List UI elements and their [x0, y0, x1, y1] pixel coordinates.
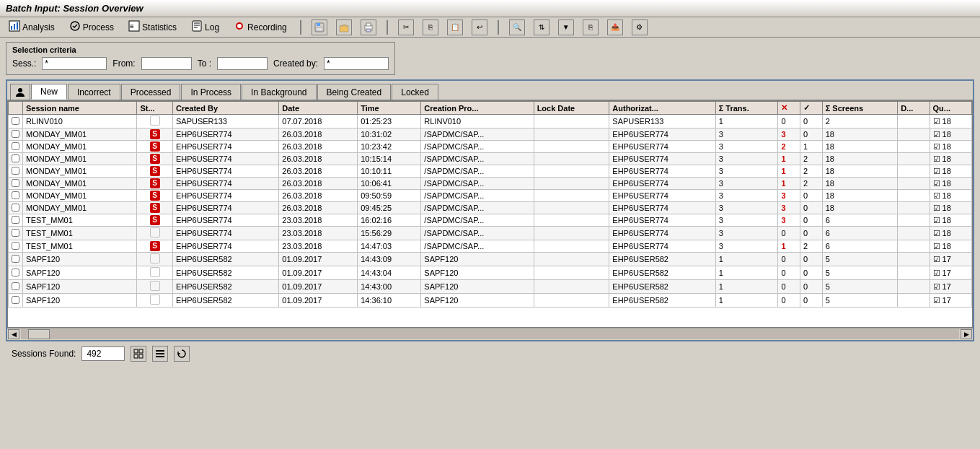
cell-sel[interactable]: [9, 190, 23, 202]
table-row[interactable]: TEST_MM01 S EHP6USER774 23.03.2018 16:02…: [9, 214, 972, 227]
table-container[interactable]: Session name St... Created By Date Time …: [7, 100, 973, 328]
col-q[interactable]: Qu...: [930, 102, 971, 115]
tab-processed[interactable]: Processed: [121, 84, 181, 100]
to-input[interactable]: [217, 57, 268, 70]
table-row[interactable]: MONDAY_MM01 S EHP6USER774 26.03.2018 10:…: [9, 165, 972, 178]
table-row[interactable]: SAPF120 EHP6USER582 01.09.2017 14:43:00 …: [9, 280, 972, 294]
table-header-row: Session name St... Created By Date Time …: [9, 102, 972, 115]
col-check[interactable]: ✓: [800, 102, 823, 115]
cell-sel[interactable]: [9, 202, 23, 214]
table-row[interactable]: RLINV010 SAPUSER133 07.07.2018 01:25:23 …: [9, 115, 972, 128]
menu-statistics[interactable]: ≡ Statistics: [125, 19, 180, 35]
col-x[interactable]: ✕: [778, 102, 800, 115]
bottom-btn-3[interactable]: [174, 346, 190, 362]
tab-locked[interactable]: Locked: [392, 84, 438, 100]
scroll-right-arrow[interactable]: ▶: [961, 329, 972, 339]
cell-d: [898, 141, 930, 153]
toolbar-btn-2[interactable]: [336, 19, 352, 35]
bottom-btn-2[interactable]: [152, 346, 168, 362]
cell-sel[interactable]: [9, 128, 23, 141]
cell-sel[interactable]: [9, 115, 23, 128]
bottom-btn-1[interactable]: [131, 346, 146, 362]
menu-recording[interactable]: Recording: [231, 19, 290, 35]
scroll-track[interactable]: [21, 329, 959, 339]
cell-sel[interactable]: [9, 227, 23, 240]
table-row[interactable]: MONDAY_MM01 S EHP6USER774 26.03.2018 09:…: [9, 190, 972, 202]
col-d[interactable]: D...: [898, 102, 930, 115]
toolbar-btn-paste[interactable]: 📋: [447, 19, 463, 35]
cell-x: 3: [778, 214, 800, 227]
created-by-input[interactable]: [324, 57, 389, 70]
cell-sel[interactable]: [9, 153, 23, 165]
table-row[interactable]: MONDAY_MM01 S EHP6USER774 26.03.2018 09:…: [9, 202, 972, 214]
menu-analysis-label: Analysis: [22, 22, 55, 32]
tab-person-icon[interactable]: [10, 84, 30, 100]
table-row[interactable]: MONDAY_MM01 S EHP6USER774 26.03.2018 10:…: [9, 128, 972, 141]
col-creation-pro[interactable]: Creation Pro...: [421, 102, 534, 115]
from-input[interactable]: [141, 57, 192, 70]
table-row[interactable]: SAPF120 EHP6USER582 01.09.2017 14:43:04 …: [9, 266, 972, 280]
col-created-by[interactable]: Created By: [172, 102, 278, 115]
cell-sel[interactable]: [9, 294, 23, 308]
cell-date: 01.09.2017: [279, 294, 358, 308]
table-row[interactable]: MONDAY_MM01 S EHP6USER774 26.03.2018 10:…: [9, 141, 972, 153]
cell-authorizat: EHP6USER774: [609, 190, 715, 202]
cell-sel[interactable]: [9, 165, 23, 178]
col-date[interactable]: Date: [279, 102, 358, 115]
menu-log[interactable]: Log: [188, 19, 222, 35]
q-val: ☑ 18: [933, 117, 951, 126]
menu-process[interactable]: Process: [66, 19, 117, 35]
status-icon-red: S: [150, 241, 160, 251]
cell-time: 09:50:59: [358, 190, 421, 202]
svg-rect-22: [134, 354, 138, 358]
table-row[interactable]: MONDAY_MM01 S EHP6USER774 26.03.2018 10:…: [9, 178, 972, 190]
toolbar-btn-export2[interactable]: 📤: [607, 19, 623, 35]
toolbar-btn-cut[interactable]: ✂: [398, 19, 414, 35]
col-sigma-trans[interactable]: Σ Trans.: [715, 102, 778, 115]
cell-sel[interactable]: [9, 141, 23, 153]
toolbar-btn-undo[interactable]: ↩: [472, 19, 487, 35]
cell-session-name: TEST_MM01: [23, 214, 137, 227]
toolbar-btn-filter[interactable]: ▼: [558, 19, 574, 35]
col-session-name[interactable]: Session name: [23, 102, 137, 115]
cell-lock-date: [534, 153, 609, 165]
toolbar-btn-copy[interactable]: ⎘: [423, 19, 438, 35]
q-val: ☑ 17: [933, 282, 951, 291]
statistics-icon: ≡: [128, 20, 140, 34]
tab-incorrect[interactable]: Incorrect: [68, 84, 120, 100]
col-authorizat[interactable]: Authorizat...: [609, 102, 715, 115]
toolbar-btn-3[interactable]: [361, 19, 376, 35]
cell-check: 0: [800, 253, 823, 266]
toolbar-btn-1[interactable]: [312, 19, 327, 35]
horizontal-scrollbar[interactable]: ◀ ▶: [7, 328, 973, 340]
scroll-left-arrow[interactable]: ◀: [8, 329, 19, 339]
cell-sel[interactable]: [9, 240, 23, 253]
toolbar-btn-settings[interactable]: ⚙: [632, 19, 648, 35]
col-status[interactable]: St...: [137, 102, 173, 115]
menu-analysis[interactable]: Analysis: [6, 19, 58, 35]
toolbar-btn-sort[interactable]: ⇅: [534, 19, 549, 35]
tab-in-process[interactable]: In Process: [181, 84, 241, 100]
table-row[interactable]: SAPF120 EHP6USER582 01.09.2017 14:36:10 …: [9, 294, 972, 308]
col-sigma-screens[interactable]: Σ Screens: [822, 102, 898, 115]
cell-sel[interactable]: [9, 253, 23, 266]
col-time[interactable]: Time: [358, 102, 421, 115]
table-row[interactable]: TEST_MM01 S EHP6USER774 23.03.2018 14:47…: [9, 240, 972, 253]
tab-in-background[interactable]: In Background: [242, 84, 316, 100]
cell-authorizat: EHP6USER774: [609, 202, 715, 214]
cell-sel[interactable]: [9, 280, 23, 294]
cell-sel[interactable]: [9, 178, 23, 190]
q-val: ☑ 18: [933, 179, 951, 188]
tab-being-created[interactable]: Being Created: [317, 84, 392, 100]
cell-sel[interactable]: [9, 266, 23, 280]
tab-new[interactable]: New: [31, 84, 67, 100]
scroll-thumb[interactable]: [28, 329, 50, 339]
col-lock-date[interactable]: Lock Date: [534, 102, 609, 115]
table-row[interactable]: SAPF120 EHP6USER582 01.09.2017 14:43:09 …: [9, 253, 972, 266]
table-row[interactable]: TEST_MM01 EHP6USER774 23.03.2018 15:56:2…: [9, 227, 972, 240]
toolbar-btn-export1[interactable]: ⎘: [583, 19, 599, 35]
sess-input[interactable]: [42, 57, 107, 70]
cell-sel[interactable]: [9, 214, 23, 227]
toolbar-btn-find[interactable]: 🔍: [509, 19, 525, 35]
table-row[interactable]: MONDAY_MM01 S EHP6USER774 26.03.2018 10:…: [9, 153, 972, 165]
